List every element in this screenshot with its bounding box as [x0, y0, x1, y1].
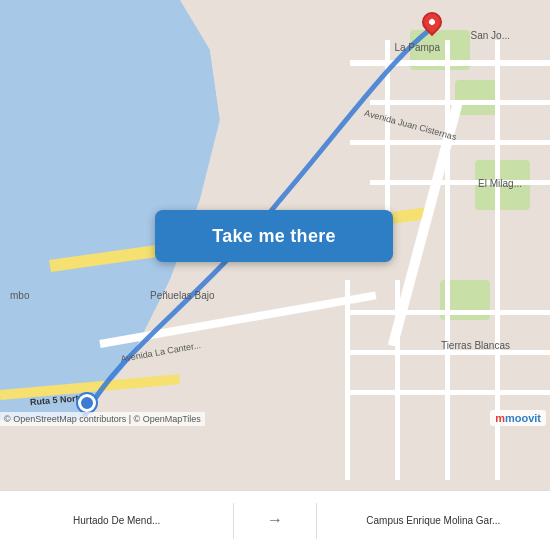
road-grid-v5: [445, 280, 450, 480]
arrow-item: →: [234, 491, 315, 550]
road-grid-v4: [495, 280, 500, 480]
map-container: La Pampa San Jo... El Milag... Tierras B…: [0, 0, 550, 490]
label-el-milag: El Milag...: [478, 178, 522, 189]
destination-label: Campus Enrique Molina Gar...: [366, 514, 500, 527]
map-attribution: © OpenStreetMap contributors | © OpenMap…: [0, 412, 205, 426]
road-grid-v2: [445, 40, 450, 290]
origin-item[interactable]: Hurtado De Mend...: [0, 491, 233, 550]
label-la-pampa: La Pampa: [394, 42, 440, 53]
bottom-bar: Hurtado De Mend... → Campus Enrique Moli…: [0, 490, 550, 550]
label-penuelas-bajo: Peñuelas Bajo: [150, 290, 215, 301]
road-grid-h5: [350, 310, 550, 315]
road-grid-h1: [350, 60, 550, 66]
origin-marker: [78, 394, 96, 412]
destination-marker: [422, 12, 442, 40]
take-me-there-button[interactable]: Take me there: [155, 210, 393, 262]
road-grid-h4: [370, 180, 550, 185]
road-grid-h2: [370, 100, 550, 105]
label-tierras-blancas: Tierras Blancas: [441, 340, 510, 351]
moovit-logo: mmoovit: [490, 410, 546, 426]
take-me-there-label: Take me there: [212, 226, 336, 247]
road-grid-v6: [395, 280, 400, 480]
destination-item[interactable]: Campus Enrique Molina Gar...: [317, 491, 550, 550]
label-san-jo: San Jo...: [471, 30, 510, 41]
origin-label: Hurtado De Mend...: [73, 514, 160, 527]
label-el-mbo: mbo: [10, 290, 29, 301]
arrow-icon: →: [267, 511, 283, 529]
road-grid-v7: [345, 280, 350, 480]
road-grid-h7: [350, 390, 550, 395]
park-area-2: [455, 80, 500, 115]
